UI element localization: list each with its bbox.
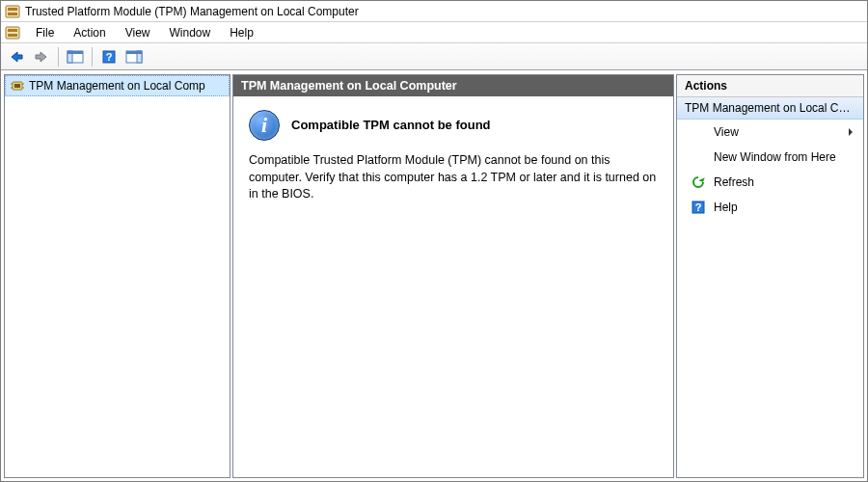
menu-help[interactable]: Help	[220, 24, 263, 41]
svg-rect-8	[68, 51, 83, 54]
action-label: View	[714, 125, 739, 139]
tree-pane: TPM Management on Local Comp	[4, 74, 231, 478]
svg-rect-3	[6, 27, 19, 39]
mmc-app-icon-small	[5, 25, 20, 40]
svg-rect-5	[8, 34, 17, 37]
action-label: New Window from Here	[714, 150, 836, 164]
message-heading: Compatible TPM cannot be found	[291, 117, 491, 134]
svg-rect-4	[8, 29, 17, 32]
svg-rect-0	[6, 6, 19, 17]
main-body: TPM Management on Local Comp TPM Managem…	[1, 70, 867, 481]
toolbar-separator	[58, 47, 59, 67]
panes-icon	[67, 50, 84, 64]
svg-rect-13	[126, 51, 142, 54]
action-refresh[interactable]: Refresh	[677, 170, 863, 195]
svg-rect-1	[8, 8, 17, 11]
action-label: Help	[714, 201, 738, 214]
menu-window[interactable]: Window	[160, 24, 221, 41]
tree-item-label: TPM Management on Local Comp	[29, 79, 205, 93]
back-arrow-icon	[9, 50, 24, 64]
svg-rect-15	[14, 84, 20, 88]
action-view[interactable]: View	[677, 120, 863, 145]
center-pane: TPM Management on Local Computer i Compa…	[232, 74, 674, 478]
mmc-app-icon	[5, 4, 20, 19]
window-title: Trusted Platform Module (TPM) Management…	[25, 5, 359, 18]
help-icon: ?	[691, 200, 706, 215]
toolbar-separator	[92, 47, 93, 67]
help-icon: ?	[101, 49, 117, 65]
message-body: Compatible Trusted Platform Module (TPM)…	[249, 152, 658, 203]
svg-text:?: ?	[106, 51, 113, 63]
menu-action[interactable]: Action	[64, 24, 115, 41]
forward-button[interactable]	[30, 46, 53, 67]
action-pane-icon	[125, 50, 143, 64]
blank-icon	[691, 124, 706, 140]
help-button[interactable]: ?	[97, 46, 121, 67]
actions-pane: Actions TPM Management on Local Computer…	[676, 74, 864, 478]
menu-view[interactable]: View	[116, 24, 160, 41]
show-hide-action-pane-button[interactable]	[122, 46, 146, 67]
menu-bar: File Action View Window Help	[1, 22, 867, 43]
action-help[interactable]: ? Help	[677, 195, 863, 220]
menu-file[interactable]: File	[26, 24, 64, 41]
svg-rect-2	[8, 13, 17, 15]
action-label: Refresh	[714, 175, 754, 189]
actions-title: Actions	[677, 75, 863, 97]
toolbar: ?	[1, 43, 867, 70]
center-content: i Compatible TPM cannot be found Compati…	[233, 96, 673, 217]
center-header: TPM Management on Local Computer	[233, 75, 673, 96]
submenu-arrow-icon	[848, 128, 854, 136]
back-button[interactable]	[5, 46, 28, 67]
svg-text:?: ?	[695, 201, 702, 213]
actions-group-header: TPM Management on Local Computer	[677, 97, 863, 120]
tpm-chip-icon	[10, 78, 25, 94]
refresh-icon	[691, 174, 706, 190]
forward-arrow-icon	[34, 50, 49, 64]
blank-icon	[691, 149, 706, 165]
show-hide-tree-button[interactable]	[64, 46, 87, 67]
action-new-window[interactable]: New Window from Here	[677, 145, 863, 170]
info-icon: i	[249, 110, 280, 141]
window-titlebar: Trusted Platform Module (TPM) Management…	[1, 1, 867, 22]
tree-item-tpm-management[interactable]: TPM Management on Local Comp	[5, 75, 230, 96]
